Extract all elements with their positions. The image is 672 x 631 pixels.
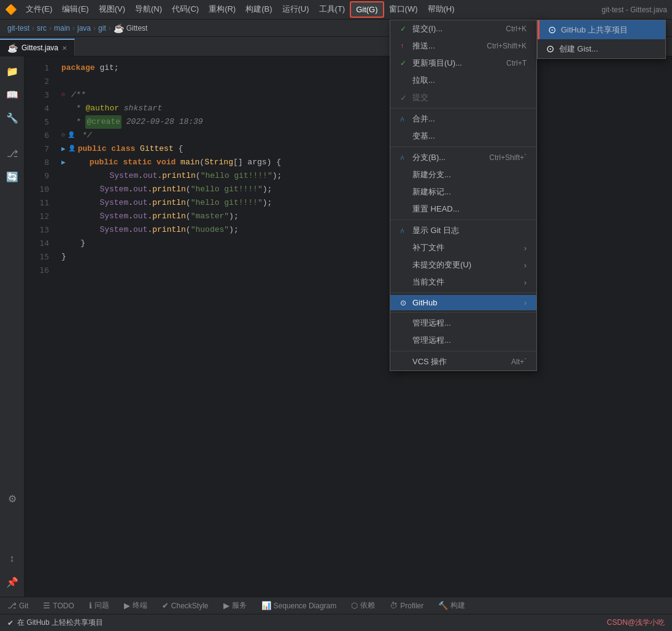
log-icon: ⑃ xyxy=(400,226,409,235)
menu-view[interactable]: 视图(V) xyxy=(94,1,130,18)
status-profiler[interactable]: ⏱ Profiler xyxy=(387,600,426,611)
git-menu-clone[interactable]: 管理远程... xyxy=(390,332,536,349)
breadcrumb-java[interactable]: java xyxy=(77,24,91,33)
code-line-13: System.out.println("huodes"); xyxy=(61,223,665,237)
status-terminal[interactable]: ▶ 终端 xyxy=(122,599,150,612)
git-menu-branch[interactable]: ⑃ 分支(B)... Ctrl+Shift+` xyxy=(390,149,536,166)
separator-3 xyxy=(390,220,536,220)
menu-build[interactable]: 构建(B) xyxy=(241,1,277,18)
git-menu-uncommitted[interactable]: 未提交的变更(U) › xyxy=(390,256,536,273)
services-icon: ▶ xyxy=(223,601,230,610)
status-services[interactable]: ▶ 服务 xyxy=(221,599,249,612)
sidebar-icon-structure[interactable]: 🔧 xyxy=(2,108,22,128)
status-problems[interactable]: ℹ 问题 xyxy=(87,599,112,612)
git-menu-patch[interactable]: 补丁文件 › xyxy=(390,239,536,256)
menu-run[interactable]: 运行(U) xyxy=(277,1,314,18)
git-menu-push-label: 推送... xyxy=(412,40,435,52)
menu-git[interactable]: Git(G) xyxy=(350,1,384,18)
menu-edit[interactable]: 编辑(E) xyxy=(57,1,93,18)
tab-gittest[interactable]: ☕ Gittest.java ✕ xyxy=(0,39,75,56)
terminal-icon: ▶ xyxy=(124,601,130,610)
breadcrumb-project[interactable]: git-test xyxy=(7,24,29,33)
status-todo[interactable]: ☰ TODO xyxy=(41,600,76,611)
git-menu-github[interactable]: ⊙ GitHub › xyxy=(390,295,536,310)
menu-refactor[interactable]: 重构(R) xyxy=(204,1,241,18)
tab-close-button[interactable]: ✕ xyxy=(62,45,67,52)
menu-code[interactable]: 代码(C) xyxy=(167,1,204,18)
git-menu-uncommitted-label: 未提交的变更(U) xyxy=(412,259,471,270)
git-menu-log[interactable]: ⑃ 显示 Git 日志 xyxy=(390,222,536,239)
breadcrumb-class[interactable]: Gittest xyxy=(126,24,148,33)
git-menu-pull[interactable]: 拉取... xyxy=(390,72,536,89)
code-line-15: } xyxy=(61,250,665,264)
status-checkstyle-label: CheckStyle xyxy=(171,602,209,610)
git-menu-commit-disabled: ✓ 提交 xyxy=(390,89,536,106)
menu-tools[interactable]: 工具(T) xyxy=(314,1,350,18)
git-menu-merge[interactable]: ⑃ 合并... xyxy=(390,110,536,128)
update-icon: ✓ xyxy=(400,59,409,67)
separator-6 xyxy=(390,351,536,351)
code-line-8: ▶ public static void main(String[] args)… xyxy=(61,156,665,169)
menu-file[interactable]: 文件(E) xyxy=(21,1,57,18)
status-dependencies[interactable]: ⬡ 依赖 xyxy=(349,599,377,612)
git-menu-new-branch-label: 新建分支... xyxy=(412,169,451,180)
menu-navigate[interactable]: 导航(N) xyxy=(130,1,167,18)
git-menu-commit-shortcut: Ctrl+K xyxy=(506,25,527,33)
status-build[interactable]: 🔨 构建 xyxy=(436,599,468,612)
git-menu-branch-label: 分支(B)... xyxy=(412,152,446,163)
menu-window[interactable]: 窗口(W) xyxy=(384,1,423,18)
sidebar-icon-settings[interactable]: ⚙ xyxy=(2,489,22,508)
sequence-diagram-icon: 📊 xyxy=(261,601,271,610)
status-git-label: Git xyxy=(19,602,28,610)
git-menu-rebase[interactable]: 变基... xyxy=(390,128,536,145)
breadcrumb-main[interactable]: main xyxy=(54,24,70,33)
github-submenu[interactable]: ⊙ GitHub 上共享项目 ⊙ 创建 Gist... xyxy=(537,20,666,59)
code-line-4: * @author shkstart xyxy=(61,102,665,115)
git-menu-update[interactable]: ✓ 更新项目(U)... Ctrl+T xyxy=(390,55,536,72)
commit-placeholder: ✓ xyxy=(400,93,409,102)
github-share-icon: ⊙ xyxy=(548,24,556,36)
main-layout: 📁 📖 🔧 ⎇ 🔄 ⚙ ↕ 📌 1 2 3 4 5 6 7 8 9 10 11 … xyxy=(0,56,672,597)
status-terminal-label: 终端 xyxy=(133,600,147,611)
git-menu-current-file[interactable]: 当前文件 › xyxy=(390,273,536,291)
git-menu-dropdown[interactable]: ✓ 提交(I)... Ctrl+K ↑ 推送... Ctrl+Shift+K ✓… xyxy=(390,20,537,371)
git-menu-new-tag[interactable]: 新建标记... xyxy=(390,183,536,201)
git-menu-clone-label: 管理远程... xyxy=(412,335,451,346)
github-share-project[interactable]: ⊙ GitHub 上共享项目 xyxy=(538,20,665,39)
git-menu-new-branch[interactable]: 新建分支... xyxy=(390,166,536,183)
git-menu-merge-label: 合并... xyxy=(412,113,435,124)
git-menu-remote-label: 管理远程... xyxy=(412,318,451,329)
git-menu-vcs[interactable]: VCS 操作 Alt+` xyxy=(390,353,536,370)
breadcrumb-git[interactable]: git xyxy=(98,24,106,33)
code-line-3: ⊘ /** xyxy=(61,88,665,102)
sidebar-icon-pin[interactable]: 📌 xyxy=(2,572,22,592)
code-editor[interactable]: 1 2 3 4 5 6 7 8 9 10 11 12 13 14 15 16 p… xyxy=(25,56,672,597)
title-bar: 🔶 文件(E) 编辑(E) 视图(V) 导航(N) 代码(C) 重构(R) 构建… xyxy=(0,0,672,20)
git-menu-rebase-label: 变基... xyxy=(412,131,435,142)
git-menu-github-label: GitHub xyxy=(412,298,437,307)
breadcrumb-src[interactable]: src xyxy=(37,24,47,33)
message-icon: ✔ xyxy=(7,619,14,627)
git-menu-reset-head[interactable]: 重置 HEAD... xyxy=(390,201,536,218)
status-sequence-diagram[interactable]: 📊 Sequence Diagram xyxy=(259,600,339,611)
sidebar-icon-bookmarks[interactable]: 📖 xyxy=(2,85,22,104)
git-menu-push[interactable]: ↑ 推送... Ctrl+Shift+K xyxy=(390,37,536,55)
status-git[interactable]: ⎇ Git xyxy=(5,600,31,611)
separator-5 xyxy=(390,312,536,313)
code-line-2 xyxy=(61,75,665,88)
sidebar-icon-bottom[interactable]: ↕ xyxy=(2,549,22,568)
sidebar-icon-project[interactable]: 📁 xyxy=(2,61,22,81)
git-menu-commit[interactable]: ✓ 提交(I)... Ctrl+K xyxy=(390,20,536,37)
merge-icon: ⑃ xyxy=(400,115,409,123)
git-menu-remote[interactable]: 管理远程... xyxy=(390,315,536,332)
sidebar-icon-git[interactable]: ⎇ xyxy=(2,143,22,163)
github-placeholder: ⊙ xyxy=(400,299,409,307)
code-line-10: System.out.println("hello git!!!!"); xyxy=(61,183,665,196)
status-checkstyle[interactable]: ✔ CheckStyle xyxy=(160,600,211,611)
github-create-gist[interactable]: ⊙ 创建 Gist... xyxy=(538,39,665,58)
message-bar: ✔ 在 GitHub 上轻松共享项目 CSDN@浅学小吃 xyxy=(0,614,672,631)
sidebar-icon-ci[interactable]: 🔄 xyxy=(2,167,22,186)
code-line-9: System.out.println("hello git!!!!"); xyxy=(61,169,665,183)
profiler-icon: ⏱ xyxy=(390,601,398,610)
menu-help[interactable]: 帮助(H) xyxy=(423,1,460,18)
